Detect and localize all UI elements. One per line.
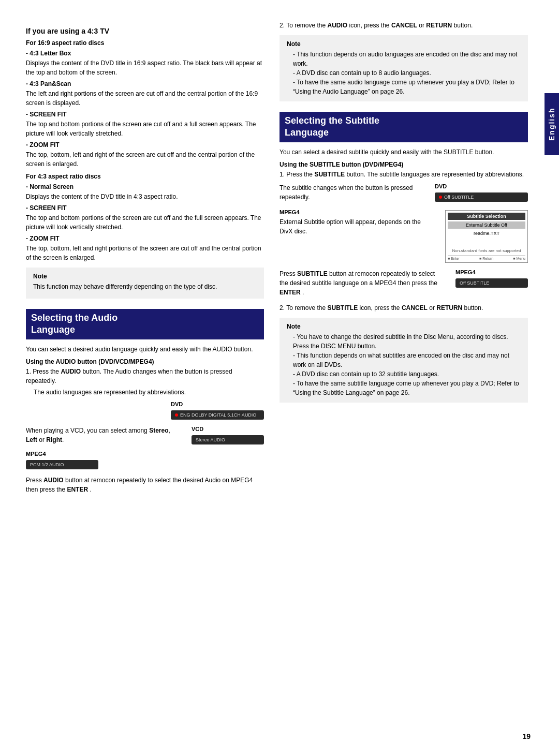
subsection-43-heading: For 4:3 aspect ratio discs: [26, 173, 264, 180]
vcd-display-text: Stereo AUDIO: [196, 437, 225, 442]
vcd-text-col: When playing a VCD, you can select among…: [26, 426, 181, 447]
press-audio-text: Press AUDIO button at remocon repeatedly…: [26, 476, 264, 494]
mpeg4-audio-section: MPEG4 PCM 1/2 AUDIO: [26, 451, 264, 471]
dvd-display-section: DVD ENG DOLBY DIGITAL 5.1CH AUDIO: [26, 401, 264, 422]
note-item-3-3: To have the same subtitle language come …: [293, 379, 521, 397]
audio-step1: 1. Press the AUDIO button. The Audio cha…: [26, 367, 264, 386]
subtitle-mpeg4-section: MPEG4 External Subtitle option will appe…: [280, 208, 528, 265]
audio-button-heading: Using the AUDIO button (DVD/VCD/MPEG4): [26, 358, 264, 365]
press-subtitle-text: Press SUBTITLE button at remocon repeate…: [280, 269, 445, 297]
mpeg4-subtitle-display-col: MPEG4 Off SUBTITLE: [455, 269, 528, 299]
screenfit2-heading: - SCREEN FIT: [26, 204, 264, 212]
vcd-display-col: VCD Stereo AUDIO: [192, 426, 264, 447]
subtitle-intro: You can select a desired subtitle quickl…: [280, 147, 528, 157]
screenfit-heading: - SCREEN FIT: [26, 111, 264, 118]
subtitle-dvd-display-col: DVD Off SUBTITLE: [435, 183, 528, 204]
content-area: If you are using a 4:3 TV For 16:9 aspec…: [26, 21, 543, 735]
press-subtitle-text-col: Press SUBTITLE button at remocon repeate…: [280, 269, 445, 299]
letterbox-text: Displays the content of the DVD title in…: [26, 58, 264, 77]
audio-language-title: Selecting the AudioLanguage: [26, 309, 264, 339]
subtitle-dvd-screen: Off SUBTITLE: [435, 192, 528, 202]
external-subtitle-text: External Subtitle option will appear, de…: [280, 217, 435, 236]
mpeg4-audio-display: PCM 1/2 AUDIO: [26, 460, 98, 469]
zoomfit-text: The top, bottom, left and right of the s…: [26, 150, 264, 169]
note-item-3-0: You have to change the desired subtitle …: [293, 332, 521, 351]
subtitle-selection-col: Subtitle Selection External Subtitle Off…: [445, 208, 528, 265]
subtitle-changes-text: The subtitle changes when the button is …: [280, 183, 424, 202]
subsection-169-heading: For 16:9 aspect ratio discs: [26, 39, 264, 47]
subtitle-selection-box: Subtitle Selection External Subtitle Off…: [445, 210, 528, 263]
zoomfit-heading: - ZOOM FIT: [26, 141, 264, 149]
subtitle-filename: readme.TXT: [448, 230, 525, 237]
subtitle-selection-title: Subtitle Selection: [448, 213, 525, 220]
normalscreen-heading: - Normal Screen: [26, 183, 264, 190]
subtitle-dvd-text: Off SUBTITLE: [444, 195, 474, 200]
note-list-3: You have to change the desired subtitle …: [287, 332, 521, 397]
audio-intro: You can select a desired audio language …: [26, 345, 264, 354]
note-box-3: Note You have to change the desired subt…: [280, 318, 528, 403]
mpeg4-subtitle-text: Off SUBTITLE: [460, 280, 489, 286]
mpeg4-subtitle-label1: MPEG4: [280, 208, 435, 217]
step2-remove-audio: 2. To remove the AUDIO icon, press the C…: [280, 21, 528, 30]
mpeg4-subtitle-content: Off SUBTITLE: [460, 280, 524, 286]
note-item-2-0: This function depends on audio languages…: [293, 50, 521, 68]
dvd-display-content: ENG DOLBY DIGITAL 5.1CH AUDIO: [175, 412, 260, 418]
subtitle-footer: ■ Enter ■ Return ■ Menu: [448, 255, 525, 260]
note-item-3-1: This function depends on what subtitles …: [293, 351, 521, 369]
subtitle-spacer: [448, 237, 525, 247]
note-box-1: Note This function may behave differentl…: [26, 268, 264, 299]
subtitle-button-heading: Using the SUBTITLE button (DVD/MPEG4): [280, 161, 528, 168]
subtitle-dvd-label: DVD: [435, 183, 528, 189]
panscan-heading: - 4:3 Pan&Scan: [26, 80, 264, 87]
note-title-1: Note: [33, 273, 257, 280]
subtitle-warning: Non-standard fonts are not supported: [448, 247, 525, 254]
subtitle-external-off: External Subtitle Off: [448, 221, 525, 229]
subtitle-footer-menu: ■ Menu: [513, 257, 525, 260]
vcd-desc-text: When playing a VCD, you can select among…: [26, 426, 181, 444]
mpeg4-subtitle-label2: MPEG4: [455, 269, 528, 275]
left-column: If you are using a 4:3 TV For 16:9 aspec…: [26, 21, 264, 735]
note-title-3: Note: [287, 323, 521, 330]
note-text-1: This function may behave differently dep…: [33, 282, 257, 291]
dvd-label: DVD: [171, 401, 264, 407]
press-subtitle-section: Press SUBTITLE button at remocon repeate…: [280, 269, 528, 299]
dvd-screen-display: ENG DOLBY DIGITAL 5.1CH AUDIO: [171, 410, 264, 420]
screenfit2-text: The top and bottom portions of the scree…: [26, 213, 264, 232]
dvd-red-indicator: [175, 413, 178, 417]
subtitle-language-title: Selecting the SubtitleLanguage: [280, 112, 528, 142]
vcd-screen-display: Stereo AUDIO: [192, 435, 264, 444]
subtitle-dvd-indicator: [439, 196, 442, 199]
zoomfit2-text: The top, bottom, left and right portions…: [26, 244, 264, 262]
note-list-2: This function depends on audio languages…: [287, 50, 521, 96]
vcd-label: VCD: [192, 426, 264, 432]
audio-step1-sub: The audio languages are represented by a…: [26, 388, 264, 397]
zoomfit2-heading: - ZOOM FIT: [26, 235, 264, 242]
dvd-display-col: DVD ENG DOLBY DIGITAL 5.1CH AUDIO: [171, 401, 264, 422]
note-item-2-1: A DVD disc can contain up to 8 audio lan…: [293, 68, 521, 78]
vcd-display-content: Stereo AUDIO: [196, 437, 260, 442]
note-item-3-2: A DVD disc can contain up to 32 subtitle…: [293, 369, 521, 379]
right-column: 2. To remove the AUDIO icon, press the C…: [280, 21, 528, 735]
page-container: English If you are using a 4:3 TV For 16…: [0, 0, 559, 756]
dvd-spacer: [26, 401, 160, 422]
vcd-display-section: When playing a VCD, you can select among…: [26, 426, 264, 447]
mpeg4-subtitle-screen: Off SUBTITLE: [455, 278, 528, 288]
subtitle-dvd-content: Off SUBTITLE: [439, 195, 524, 200]
mpeg4-display-content: PCM 1/2 AUDIO: [30, 462, 94, 467]
external-subtitle-text-col: MPEG4 External Subtitle option will appe…: [280, 208, 435, 265]
subtitle-footer-return: ■ Return: [479, 257, 493, 260]
remove-subtitle-text: 2. To remove the SUBTITLE icon, press th…: [280, 303, 528, 313]
mpeg4-display-text: PCM 1/2 AUDIO: [30, 462, 64, 467]
mpeg4-audio-label: MPEG4: [26, 451, 264, 457]
subtitle-step1: 1. Press the SUBTITLE button. The subtit…: [280, 170, 528, 179]
subtitle-footer-enter: ■ Enter: [448, 257, 460, 260]
subtitle-dvd-section: The subtitle changes when the button is …: [280, 183, 528, 204]
section1-title: If you are using a 4:3 TV: [26, 27, 264, 35]
subtitle-changes-text-col: The subtitle changes when the button is …: [280, 183, 424, 204]
note-box-2: Note This function depends on audio lang…: [280, 35, 528, 101]
note-title-2: Note: [287, 40, 521, 48]
screenfit-text: The top and bottom portions of the scree…: [26, 120, 264, 138]
panscan-text: The left and right portions of the scree…: [26, 89, 264, 108]
dvd-display-text: ENG DOLBY DIGITAL 5.1CH AUDIO: [180, 412, 256, 418]
note-item-2-2: To have the same audio language come up …: [293, 78, 521, 96]
